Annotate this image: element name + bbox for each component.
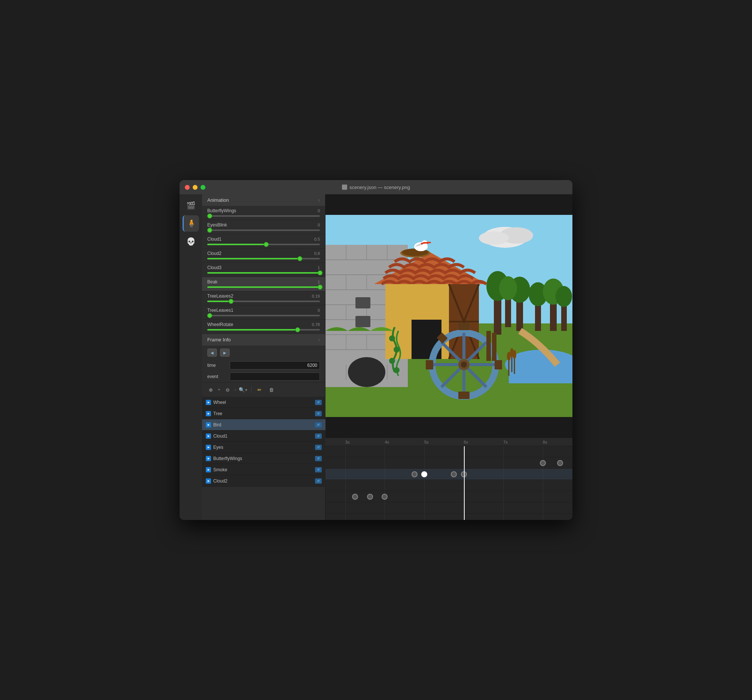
icon-bar: 🎬 🧍 💀 [180,194,202,520]
time-label: time [207,363,226,368]
track-row-tree[interactable]: ▶ Tree ↺ [202,408,325,419]
slider-row-butterflywings: ButterflyWings 0 [202,206,325,220]
play-icon-tree: ▶ [206,411,211,416]
remove-circle-button[interactable]: ⊖ [222,386,232,394]
slider-track-cloud2[interactable] [207,258,320,260]
close-button[interactable] [185,185,190,190]
slider-track-cloud1[interactable] [207,244,320,245]
svg-rect-6 [509,361,572,383]
svg-rect-69 [492,333,496,361]
play-icon-cloud2: ▶ [206,478,211,484]
timeline-ruler: 3s 4s 5s 6s 7s 8s [325,438,572,446]
window-title: scenery.json — scenery.png [342,185,410,190]
timeline-track-list: ▶ Wheel ↺ ▶ Tree ↺ ▶ Bird ↺ ▶ Cloud1 [202,397,325,487]
ruler-mark-8s: 8s [543,438,547,446]
track-row-cloud1[interactable]: ▶ Cloud1 ↺ [202,431,325,442]
next-frame-button[interactable]: ▶ [220,348,230,357]
track-content-tree [325,457,572,469]
slider-row-eyesblink: EyesBlink 0 [202,220,325,234]
play-icon-butterflywings: ▶ [206,456,211,461]
slider-track-eyesblink[interactable] [207,229,320,231]
track-row-eyes[interactable]: ▶ Eyes ↺ [202,442,325,453]
right-area: 3s 4s 5s 6s 7s 8s [325,194,572,520]
play-icon-eyes: ▶ [206,445,211,450]
minimize-button[interactable] [193,185,197,190]
keyframe-eyes-1[interactable] [352,494,358,500]
skeleton-tool-button[interactable]: 💀 [183,233,199,250]
trash-button[interactable]: 🗑 [266,386,276,394]
slider-track-beak[interactable] [207,286,320,288]
add-circle-button[interactable]: ⊕ [206,386,216,394]
ruler-mark-7s: 7s [503,438,508,446]
keyframe-eyes-3[interactable] [382,494,388,500]
track-row-cloud2[interactable]: ▶ Cloud2 ↺ [202,475,325,487]
svg-point-18 [499,276,517,300]
timeline-area: 3s 4s 5s 6s 7s 8s [325,437,572,520]
svg-point-52 [461,362,467,367]
keyframe-tree-2[interactable] [557,460,563,466]
slider-track-treeleaves2[interactable] [207,300,320,302]
keyframe-bird-1[interactable] [412,471,418,477]
zoom-button[interactable]: 🔍+ [238,386,248,394]
slider-row-cloud1: Cloud1 0.5 [202,234,325,249]
track-content-butterflywings [325,502,572,513]
keyframe-tree-1[interactable] [540,460,546,466]
frame-info-section-header: Frame Info ↑ [202,334,325,345]
animation-tool-button[interactable]: 🎬 [183,197,199,214]
timeline-ruler-area: 3s 4s 5s 6s 7s 8s [325,438,572,520]
slider-row-beak: Beak 1 [202,277,325,291]
slider-track-wheelrotate[interactable] [207,329,320,331]
svg-rect-47 [458,392,469,399]
slider-track-treeleaves1[interactable] [207,315,320,316]
ruler-mark-4s: 4s [385,438,389,446]
maximize-button[interactable] [200,185,205,190]
svg-point-60 [389,358,395,364]
pencil-button[interactable]: ✏ [255,386,264,394]
titlebar: scenery.json — scenery.png [180,180,572,194]
play-icon-cloud1: ▶ [206,434,211,439]
track-content-cloud1 [325,480,572,491]
event-input[interactable] [230,372,320,381]
playhead[interactable] [464,446,465,520]
file-icon [342,185,347,190]
time-input[interactable] [230,361,320,369]
timeline-tracks-content[interactable] [325,446,572,520]
svg-point-16 [556,286,572,307]
slider-row-cloud2: Cloud2 0.8 [202,249,325,263]
track-content-smoke [325,513,572,520]
keyframe-bird-2[interactable] [421,471,427,477]
track-row-smoke[interactable]: ▶ Smoke ↺ [202,464,325,475]
ruler-mark-5s: 5s [424,438,429,446]
slider-track-cloud3[interactable] [207,272,320,274]
sliders-container: ButterflyWings 0 EyesBlink 0 [202,206,325,334]
slider-track-butterflywings[interactable] [207,215,320,217]
svg-point-67 [510,348,514,357]
prev-frame-button[interactable]: ◀ [207,348,217,357]
ruler-mark-6s: 6s [464,438,468,446]
play-icon-smoke: ▶ [206,467,211,473]
svg-point-3 [479,231,509,245]
loop-icon-tree: ↺ [315,411,322,416]
keyframe-eyes-2[interactable] [367,494,373,500]
ruler-mark-3s: 3s [345,438,350,446]
track-row-butterflywings[interactable]: ▶ ButterflyWings ↺ [202,453,325,464]
keyframe-bird-3[interactable] [451,471,457,477]
svg-point-61 [393,367,399,373]
loop-icon-cloud1: ↺ [315,434,322,439]
svg-point-59 [393,347,399,353]
left-panel: Animation ↑ ButterflyWings 0 [202,194,325,520]
main-window: scenery.json — scenery.png 🎬 🧍 💀 Animati… [180,180,572,520]
slider-row-wheelrotate: WheelRotate 0.78 [202,320,325,334]
track-row-bird[interactable]: ▶ Bird ↺ [202,419,325,431]
scene-svg [325,194,572,437]
animation-collapse-arrow[interactable]: ↑ [318,198,320,202]
character-tool-button[interactable]: 🧍 [183,215,199,232]
slider-row-treeleaves2: TreeLeaves2 0.19 [202,291,325,305]
frame-info-collapse-arrow[interactable]: ↑ [318,338,320,342]
svg-rect-68 [486,331,491,361]
event-field-row: event [202,371,325,382]
track-row-wheel[interactable]: ▶ Wheel ↺ [202,397,325,408]
loop-icon-smoke: ↺ [315,467,322,473]
svg-rect-48 [426,360,433,369]
loop-icon-wheel: ↺ [315,400,322,405]
